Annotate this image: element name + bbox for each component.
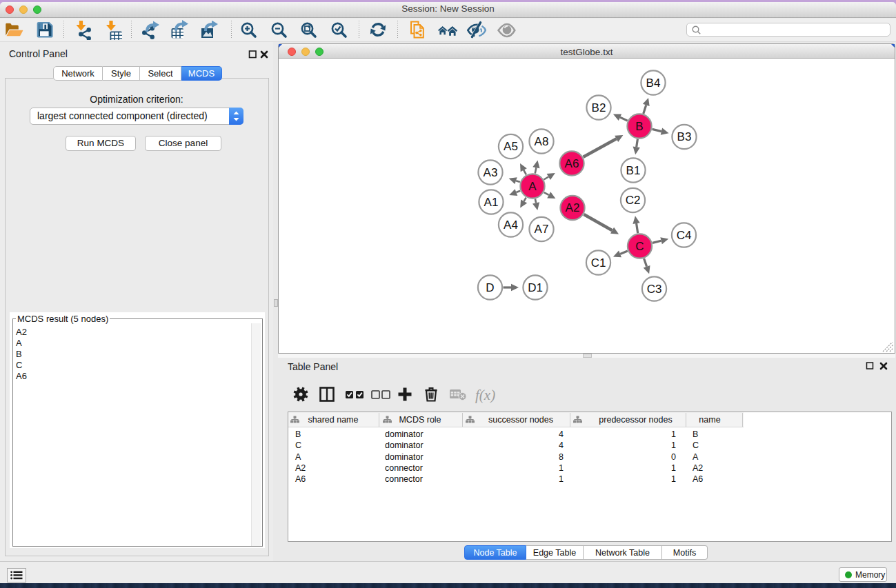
svg-text:B: B [635,120,643,133]
svg-text:A4: A4 [504,219,518,232]
svg-text:B2: B2 [592,101,606,114]
svg-text:A8: A8 [535,135,549,148]
svg-text:B1: B1 [626,164,641,177]
svg-text:C: C [635,240,644,253]
svg-text:C4: C4 [677,229,692,242]
svg-text:D: D [486,281,494,294]
svg-text:D1: D1 [528,281,543,294]
svg-text:C2: C2 [626,194,641,207]
svg-text:C1: C1 [591,256,606,270]
svg-text:B3: B3 [677,130,692,143]
svg-text:A: A [528,180,537,193]
svg-text:A7: A7 [535,223,549,236]
svg-text:A3: A3 [484,166,498,179]
svg-text:A2: A2 [566,201,580,214]
svg-text:A6: A6 [565,157,579,170]
svg-text:A1: A1 [484,196,499,209]
svg-text:C3: C3 [647,283,662,296]
svg-text:A5: A5 [504,140,518,153]
svg-text:B4: B4 [646,77,661,90]
